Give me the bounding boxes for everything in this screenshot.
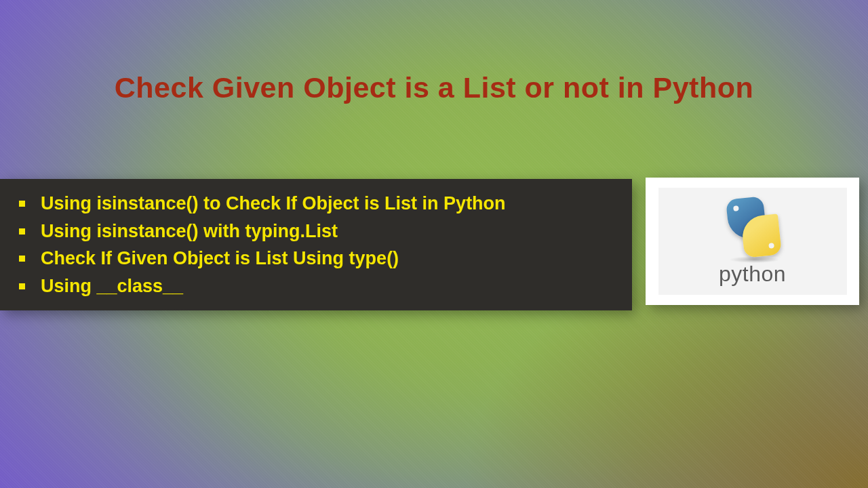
python-logo-icon	[715, 197, 790, 258]
slide-title: Check Given Object is a List or not in P…	[0, 71, 868, 104]
bullet-list: Using isinstance() to Check If Object is…	[14, 190, 618, 300]
bullet-content-box: Using isinstance() to Check If Object is…	[0, 179, 632, 310]
python-logo-inner: python	[658, 188, 847, 295]
bullet-item: Using __class__	[14, 272, 618, 300]
bullet-item: Using isinstance() to Check If Object is…	[14, 190, 618, 218]
bullet-item: Using isinstance() with typing.List	[14, 218, 618, 245]
bullet-item: Check If Given Object is List Using type…	[14, 245, 618, 272]
python-logo-card: python	[646, 178, 859, 305]
python-logo-text: python	[719, 262, 786, 287]
